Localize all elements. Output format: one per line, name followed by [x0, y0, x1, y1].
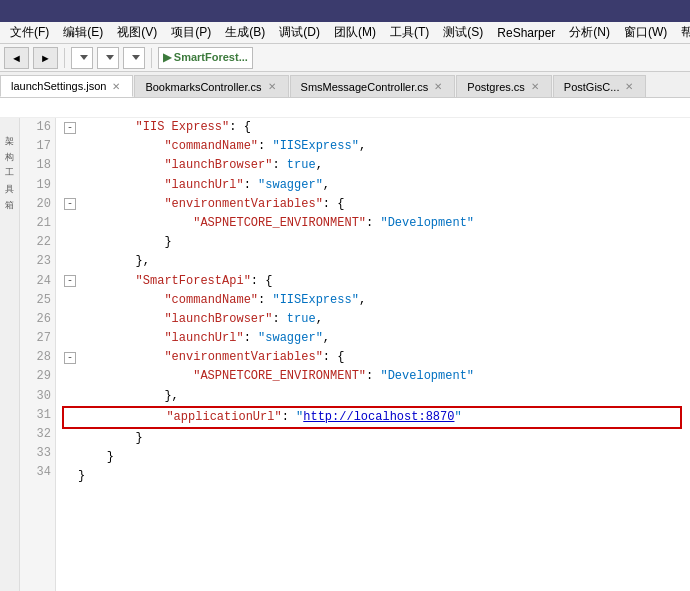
- tab-smsmessagecontroller-label: SmsMessageController.cs: [301, 81, 429, 93]
- menu-help[interactable]: 帮助(H): [675, 22, 690, 43]
- sidebar-icon-3[interactable]: 工: [1, 154, 19, 168]
- sidebar-icon-1[interactable]: 架: [1, 122, 19, 136]
- line-number-32: 32: [20, 425, 51, 444]
- json-colon: :: [272, 156, 286, 175]
- menu-window[interactable]: 窗口(W): [618, 22, 673, 43]
- collapse-icon-24[interactable]: -: [64, 275, 76, 287]
- project-dropdown-arrow: [132, 55, 140, 60]
- tab-postgres-label: Postgres.cs: [467, 81, 524, 93]
- indent-space: [80, 408, 166, 427]
- json-brace: }: [136, 429, 143, 448]
- json-url-link[interactable]: http://localhost:8870: [303, 408, 454, 427]
- collapse-icon-16[interactable]: -: [64, 122, 76, 134]
- json-comma: ,: [323, 176, 330, 195]
- json-val-open-quote: ": [296, 408, 303, 427]
- line-number-29: 29: [20, 367, 51, 386]
- json-brace: },: [164, 387, 178, 406]
- editor-container: 架 构 工 具 箱 161718192021222324252627282930…: [0, 118, 690, 591]
- sidebar-icon-4[interactable]: 具: [1, 170, 19, 184]
- tab-smsmessagecontroller[interactable]: SmsMessageController.cs ✕: [290, 75, 456, 97]
- menu-file[interactable]: 文件(F): [4, 22, 55, 43]
- release-dropdown[interactable]: [71, 47, 93, 69]
- json-key: "applicationUrl": [166, 408, 281, 427]
- indent-space: [78, 310, 164, 329]
- menu-tools[interactable]: 工具(T): [384, 22, 435, 43]
- tab-postgis-close[interactable]: ✕: [623, 81, 635, 92]
- run-button[interactable]: ▶ SmartForest...: [158, 47, 253, 69]
- code-line-20: - "environmentVariables": {: [64, 195, 682, 214]
- indent-space: [78, 348, 164, 367]
- tab-smsmessagecontroller-close[interactable]: ✕: [432, 81, 444, 92]
- indent-space: [78, 195, 164, 214]
- menu-team[interactable]: 团队(M): [328, 22, 382, 43]
- tab-bookmarkscontroller-label: BookmarksController.cs: [145, 81, 261, 93]
- tab-bookmarkscontroller[interactable]: BookmarksController.cs ✕: [134, 75, 288, 97]
- code-area[interactable]: - "IIS Express": { "commandName": "IISEx…: [56, 118, 690, 591]
- toolbar-sep-2: [151, 48, 152, 68]
- json-colon: :: [366, 214, 380, 233]
- line-number-23: 23: [20, 252, 51, 271]
- cpu-dropdown[interactable]: [97, 47, 119, 69]
- collapse-icon-20[interactable]: -: [64, 198, 76, 210]
- line-number-28: 28: [20, 348, 51, 367]
- tab-bookmarkscontroller-close[interactable]: ✕: [266, 81, 278, 92]
- code-line-26: "launchBrowser": true,: [64, 310, 682, 329]
- json-key: "launchUrl": [164, 329, 243, 348]
- line-number-16: 16: [20, 118, 51, 137]
- line-number-17: 17: [20, 137, 51, 156]
- json-comma: ,: [359, 291, 366, 310]
- indent-space: [78, 176, 164, 195]
- menu-edit[interactable]: 编辑(E): [57, 22, 109, 43]
- forward-button[interactable]: ►: [33, 47, 58, 69]
- menu-test[interactable]: 测试(S): [437, 22, 489, 43]
- line-number-34: 34: [20, 463, 51, 482]
- json-key: "launchBrowser": [164, 156, 272, 175]
- code-line-25: "commandName": "IISExpress",: [64, 291, 682, 310]
- tab-postgis[interactable]: PostGisC... ✕: [553, 75, 647, 97]
- project-dropdown[interactable]: [123, 47, 145, 69]
- menu-analyze[interactable]: 分析(N): [563, 22, 616, 43]
- tab-postgres[interactable]: Postgres.cs ✕: [456, 75, 551, 97]
- code-line-34: }: [64, 467, 682, 486]
- tab-launchsettings-close[interactable]: ✕: [110, 81, 122, 92]
- tab-bar: launchSettings.json ✕ BookmarksControlle…: [0, 72, 690, 98]
- json-key: "launchBrowser": [164, 310, 272, 329]
- indent-space: [78, 448, 107, 467]
- json-val: "Development": [380, 214, 474, 233]
- json-key: "commandName": [164, 291, 258, 310]
- menu-resharper[interactable]: ReSharper: [491, 24, 561, 42]
- json-val-close-quote: ": [454, 408, 461, 427]
- back-button[interactable]: ◄: [4, 47, 29, 69]
- menu-view[interactable]: 视图(V): [111, 22, 163, 43]
- menu-debug[interactable]: 调试(D): [273, 22, 326, 43]
- json-colon: :: [244, 329, 258, 348]
- json-val: "swagger": [258, 329, 323, 348]
- code-line-21: "ASPNETCORE_ENVIRONMENT": "Development": [64, 214, 682, 233]
- sidebar-icon-2[interactable]: 构: [1, 138, 19, 152]
- title-bar: [0, 0, 690, 22]
- json-colon: :: [251, 272, 265, 291]
- json-brace: {: [244, 118, 251, 137]
- json-comma: ,: [359, 137, 366, 156]
- code-line-27: "launchUrl": "swagger",: [64, 329, 682, 348]
- json-colon: :: [244, 176, 258, 195]
- tab-launchsettings-label: launchSettings.json: [11, 80, 106, 92]
- json-colon: :: [272, 310, 286, 329]
- json-colon: :: [282, 408, 296, 427]
- collapse-icon-28[interactable]: -: [64, 352, 76, 364]
- indent-space: [78, 272, 136, 291]
- json-colon: :: [366, 367, 380, 386]
- tab-launchsettings[interactable]: launchSettings.json ✕: [0, 75, 133, 97]
- tab-postgres-close[interactable]: ✕: [529, 81, 541, 92]
- menu-build[interactable]: 生成(B): [219, 22, 271, 43]
- sidebar-icon-5[interactable]: 箱: [1, 186, 19, 200]
- json-val: "swagger": [258, 176, 323, 195]
- run-label: ▶ SmartForest...: [163, 51, 248, 64]
- indent-space: [78, 387, 164, 406]
- menu-project[interactable]: 项目(P): [165, 22, 217, 43]
- json-val: "IISExpress": [272, 291, 358, 310]
- menu-bar: 文件(F) 编辑(E) 视图(V) 项目(P) 生成(B) 调试(D) 团队(M…: [0, 22, 690, 44]
- json-colon: :: [229, 118, 243, 137]
- tab-postgis-label: PostGisC...: [564, 81, 620, 93]
- line-number-25: 25: [20, 291, 51, 310]
